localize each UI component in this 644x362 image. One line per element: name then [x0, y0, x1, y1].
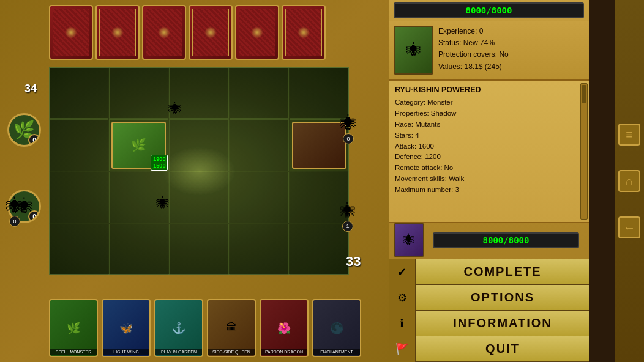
- cell-0-0[interactable]: [49, 67, 108, 119]
- cell-0-4[interactable]: [290, 67, 349, 119]
- top-field-number: 34: [24, 83, 37, 95]
- hand-card-5-label: ENCHANTMENT: [313, 349, 360, 355]
- bottom-monster-thumb: 🕷: [394, 223, 424, 257]
- opponent-card-3: [142, 5, 186, 60]
- right-monster-top: 🕷 0: [340, 113, 357, 144]
- right-panel: 8000/8000 🕷 Experience: 0 Status: New 74…: [389, 0, 589, 362]
- card-values: Values: 18.1$ (245): [438, 61, 584, 73]
- sidebar-menu-button[interactable]: ≡: [618, 124, 640, 146]
- card-thumbnail: 🕷: [394, 26, 433, 75]
- opponent-card-4: [189, 5, 233, 60]
- hand-card-0[interactable]: 🌿 SPELL MONSTER: [49, 299, 98, 357]
- information-label: INFORMATION: [416, 311, 589, 336]
- card-details: RYU-KISHIN POWERED Category: Monster Pro…: [389, 81, 589, 223]
- opponent-avatar: 🌿 0: [7, 113, 41, 147]
- opponent-hand: [49, 5, 326, 60]
- battle-field: 🌿 1900 1500: [49, 67, 349, 275]
- hand-card-0-label: SPELL MONSTER: [50, 349, 97, 355]
- scroll-bar[interactable]: [580, 83, 588, 220]
- complete-button[interactable]: ✔ COMPLETE: [389, 259, 589, 285]
- monster-field-1: 🕷: [168, 101, 182, 117]
- action-buttons: ✔ COMPLETE ⚙ OPTIONS ℹ INFORMATION 🚩 QUI…: [389, 259, 589, 362]
- card-protection: Protection covers: No: [438, 49, 584, 61]
- quit-label: QUIT: [416, 336, 589, 361]
- cell-2-3[interactable]: [230, 172, 289, 223]
- cell-3-0[interactable]: [49, 224, 108, 275]
- quit-button[interactable]: 🚩 QUIT: [389, 336, 589, 362]
- hand-card-3-label: SIDE-SIDE QUEEN: [208, 349, 255, 355]
- card-remote-attack: Remote attack: No: [395, 163, 583, 174]
- opponent-card-6: [282, 5, 326, 60]
- field-card-atk: 1900: [153, 156, 165, 163]
- card-thumbnail-icon: 🕷: [406, 42, 421, 59]
- right-monster-top-badge: 0: [343, 133, 354, 144]
- card-category: Category: Monster: [395, 97, 583, 108]
- complete-icon: ✔: [389, 259, 416, 285]
- cell-1-1[interactable]: 🌿 1900 1500: [109, 119, 168, 171]
- hand-card-3[interactable]: 🏛 SIDE-SIDE QUEEN: [207, 299, 256, 357]
- cell-1-3[interactable]: [230, 119, 289, 171]
- options-icon: ⚙: [389, 285, 416, 311]
- sidebar-back-button[interactable]: ←: [618, 216, 640, 238]
- complete-label: COMPLETE: [416, 259, 589, 284]
- opponent-card-1: [49, 5, 93, 60]
- cell-0-3[interactable]: [230, 67, 289, 119]
- hand-card-1[interactable]: 🦋 LIGHT WING: [102, 299, 151, 357]
- game-area: 34 🌿 0 🌿 1900 1500: [0, 0, 389, 362]
- sidebar-icons: ≡ ⌂ ←: [615, 0, 644, 362]
- left-monster: 🕷 0: [6, 196, 23, 227]
- home-icon: ⌂: [626, 174, 633, 188]
- information-button[interactable]: ℹ INFORMATION: [389, 311, 589, 336]
- cell-2-0[interactable]: [49, 172, 108, 223]
- information-icon: ℹ: [389, 311, 416, 336]
- card-status: Status: New 74%: [438, 37, 584, 49]
- cell-1-0[interactable]: [49, 119, 108, 171]
- player-hp-bar: 8000/8000: [433, 232, 579, 248]
- card-race: Race: Mutants: [395, 119, 583, 130]
- right-monster-bottom-badge: 1: [342, 221, 353, 232]
- hand-card-4-label: PARDON DRAGON: [261, 349, 307, 355]
- cell-2-2[interactable]: [169, 172, 228, 223]
- scroll-thumb[interactable]: [582, 85, 586, 103]
- cell-1-2[interactable]: [169, 119, 228, 171]
- cell-3-1[interactable]: [109, 224, 168, 275]
- options-label: OPTIONS: [416, 285, 589, 310]
- opponent-card-5: [235, 5, 279, 60]
- grid: 🌿 1900 1500: [49, 67, 349, 275]
- player-avatar-badge: 0: [28, 210, 40, 223]
- card-movement: Movement skills: Walk: [395, 174, 583, 185]
- hand-card-4[interactable]: 🌺 PARDON DRAGON: [260, 299, 309, 357]
- card-info-top: 🕷 Experience: 0 Status: New 74% Protecti…: [389, 21, 589, 81]
- back-icon: ←: [623, 221, 635, 235]
- left-monster-badge: 0: [9, 216, 20, 227]
- hand-card-2-label: PLAY IN GARDEN: [155, 349, 202, 355]
- opponent-hp-bar: 8000/8000: [394, 2, 584, 18]
- monster-field-2: 🕷: [156, 196, 170, 212]
- opponent-card-2: [95, 5, 140, 60]
- card-stats: Experience: 0 Status: New 74% Protection…: [438, 26, 584, 75]
- cell-3-3[interactable]: [230, 224, 289, 275]
- right-monster-bottom: 🕷 1: [340, 202, 356, 232]
- field-card-def: 1500: [153, 163, 165, 169]
- field-card-stats: 1900 1500: [151, 155, 168, 171]
- card-defence: Defence: 1200: [395, 152, 583, 163]
- opponent-avatar-badge: 0: [28, 134, 40, 146]
- hand-card-2[interactable]: ⚓ PLAY IN GARDEN: [154, 299, 203, 357]
- player-hand: 🌿 SPELL MONSTER 🦋 LIGHT WING ⚓ PLAY IN G…: [49, 299, 361, 357]
- card-stars: Stars: 4: [395, 130, 583, 141]
- hand-card-5[interactable]: 🌑 ENCHANTMENT: [312, 299, 361, 357]
- cell-3-2[interactable]: [169, 224, 228, 275]
- card-name: RYU-KISHIN POWERED: [395, 84, 583, 96]
- hand-card-1-label: LIGHT WING: [103, 349, 149, 355]
- menu-icon: ≡: [626, 128, 633, 142]
- sidebar-home-button[interactable]: ⌂: [618, 170, 640, 192]
- card-max-number: Maximum number: 3: [395, 185, 583, 196]
- card-properties: Properties: Shadow: [395, 108, 583, 119]
- card-experience: Experience: 0: [438, 26, 584, 37]
- quit-icon: 🚩: [389, 336, 416, 362]
- options-button[interactable]: ⚙ OPTIONS: [389, 285, 589, 311]
- bottom-monster-row: 🕷 8000/8000: [389, 223, 589, 259]
- bottom-monster-icon: 🕷: [403, 233, 415, 247]
- cell-0-1[interactable]: [109, 67, 168, 119]
- field-number-33: 33: [346, 254, 361, 270]
